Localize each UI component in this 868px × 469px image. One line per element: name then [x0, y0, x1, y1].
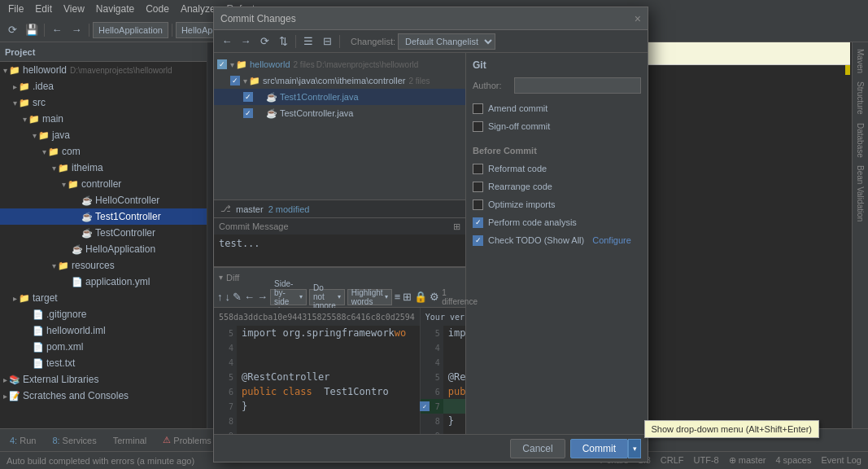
file-tree-testcontroller[interactable]: ✓ ☕ TestController.java	[214, 105, 465, 121]
line-ending: CRLF	[661, 455, 684, 466]
terminal-tab[interactable]: Terminal	[107, 432, 154, 449]
commit-message-input[interactable]	[214, 234, 465, 266]
author-input[interactable]	[514, 77, 641, 94]
cancel-btn[interactable]: Cancel	[510, 439, 565, 458]
dialog-fwd-btn[interactable]: →	[238, 33, 254, 50]
menu-file[interactable]: File	[3, 2, 28, 16]
dialog-refresh-btn[interactable]: ⟳	[256, 33, 273, 50]
dialog-footer: Cancel Commit ▾	[214, 434, 648, 462]
sign-off-checkbox[interactable]	[473, 121, 483, 132]
diff-viewer-select[interactable]: Side-by-side viewer ▾	[270, 289, 307, 305]
git-branch-status[interactable]: ⊕ master	[729, 455, 766, 466]
src-checkbox[interactable]: ✓	[230, 76, 240, 85]
amend-commit-row: Amend commit	[473, 100, 641, 116]
sidebar-item-controller[interactable]: ▾ 📁 controller	[0, 176, 207, 192]
branch-icon: ⎇	[220, 204, 231, 214]
sidebar-item-appyml[interactable]: 📄 application.yml	[0, 274, 207, 290]
diff-icon1[interactable]: ≡	[395, 289, 401, 305]
test-checkbox[interactable]: ✓	[243, 108, 253, 118]
dialog-collapse-btn[interactable]: ⊟	[319, 33, 335, 50]
menu-code[interactable]: Code	[141, 2, 174, 16]
sidebar-item-testcontroller[interactable]: ☕ TestController	[0, 225, 207, 241]
sidebar-item-external-libs[interactable]: ▸ 📚 External Libraries	[0, 371, 207, 388]
sidebar-item-target[interactable]: ▸ 📁 target	[0, 290, 207, 306]
diff-next-btn[interactable]: ↓	[225, 289, 231, 305]
perform-analysis-checkbox[interactable]: ✓	[473, 217, 483, 228]
side-tools-right: Maven Structure Database Bean Validation	[852, 42, 868, 428]
diff-highlight-select[interactable]: Highlight words ▾	[347, 289, 392, 305]
maven-tool[interactable]: Maven	[854, 46, 866, 77]
check-todo-label: Check TODO (Show All)	[488, 235, 584, 245]
project-selector[interactable]: HelloApplication	[93, 22, 168, 38]
expand-message-btn[interactable]: ⊞	[453, 221, 460, 232]
sidebar-item-java[interactable]: ▾ 📁 java	[0, 127, 207, 143]
run-tab[interactable]: 4: Run	[3, 432, 42, 449]
diff-prev-btn[interactable]: ↑	[217, 289, 223, 305]
diff-fwd-btn[interactable]: →	[257, 289, 268, 305]
structure-tool[interactable]: Structure	[854, 78, 866, 118]
services-tab[interactable]: 8: Services	[46, 432, 103, 449]
test1-checkbox[interactable]: ✓	[243, 92, 253, 102]
amend-commit-checkbox[interactable]	[473, 103, 483, 114]
back-btn[interactable]: ←	[48, 21, 66, 39]
sidebar-item-testtxt[interactable]: 📄 test.txt	[0, 355, 207, 371]
rearrange-checkbox[interactable]	[473, 182, 483, 192]
diff-icon2[interactable]: ⊞	[403, 289, 412, 305]
diff-expand-arrow[interactable]: ▾	[219, 273, 223, 282]
diff-right-line-7-added: 7 ✓ private int id;	[421, 399, 465, 414]
sidebar-item-itheima[interactable]: ▾ 📁 itheima	[0, 160, 207, 176]
commit-btn[interactable]: Commit	[570, 439, 628, 458]
diff-icon3[interactable]: 🔒	[414, 289, 427, 305]
modified-count[interactable]: 2 modified	[268, 204, 310, 214]
file-tree-test1controller[interactable]: ✓ ☕ Test1Controller.java	[214, 89, 465, 105]
diff-left-line-e2: 4	[214, 355, 420, 370]
dialog-close-btn[interactable]: ×	[635, 12, 641, 25]
file-tree-src[interactable]: ✓ ▾ 📁 src\main\java\com\itheima\controll…	[214, 72, 465, 89]
sidebar-item-src[interactable]: ▾ 📁 src	[0, 94, 207, 111]
menu-edit[interactable]: Edit	[30, 2, 57, 16]
diff-edit-btn[interactable]: ✎	[233, 289, 242, 305]
sidebar-item-iml[interactable]: 📄 helloworld.iml	[0, 322, 207, 339]
validation-tool[interactable]: Bean Validation	[854, 162, 866, 225]
configure-link[interactable]: Configure	[592, 235, 631, 245]
commit-dropdown-btn[interactable]: ▾	[628, 439, 641, 458]
menu-view[interactable]: View	[59, 2, 89, 16]
diff-back-btn[interactable]: ←	[244, 289, 255, 305]
dialog-move-btn[interactable]: ⇅	[275, 33, 291, 50]
problems-tab[interactable]: ⚠ Problems	[156, 432, 217, 449]
toolbar-btn-1[interactable]: ⟳	[3, 21, 21, 39]
optimize-checkbox[interactable]	[473, 199, 483, 210]
changelist-select[interactable]: Default Changelist	[398, 33, 495, 50]
sidebar-item-hellocontroller[interactable]: ☕ HelloController	[0, 192, 207, 208]
dialog-sep1	[295, 35, 296, 48]
helloworld-checkbox[interactable]: ✓	[217, 59, 227, 69]
forward-btn[interactable]: →	[68, 21, 85, 39]
sidebar-item-com[interactable]: ▾ 📁 com	[0, 143, 207, 160]
check-todo-checkbox[interactable]: ✓	[473, 235, 483, 246]
sidebar-item-idea[interactable]: ▸ 📁 .idea	[0, 78, 207, 94]
file-tree: ✓ ▾ 📁 helloworld 2 files D:\mavenproject…	[214, 53, 465, 199]
sidebar-item-main[interactable]: ▾ 📁 main	[0, 111, 207, 127]
diff-ignore-select[interactable]: Do not ignore ▾	[309, 289, 345, 305]
diff-right-line-9: 9	[421, 428, 465, 434]
sidebar-item-test1controller[interactable]: ☕ Test1Controller	[0, 208, 207, 225]
diff-right-header: Your version	[421, 308, 465, 326]
database-tool[interactable]: Database	[854, 120, 866, 161]
diff-icon4[interactable]: ⚙	[430, 289, 439, 305]
sidebar-item-pomxml[interactable]: 📄 pom.xml	[0, 339, 207, 355]
sidebar-item-resources[interactable]: ▾ 📁 resources	[0, 257, 207, 274]
dialog-expand-btn[interactable]: ☰	[300, 33, 316, 50]
event-log[interactable]: Event Log	[821, 455, 861, 466]
sidebar-item-gitignore[interactable]: 📄 .gitignore	[0, 306, 207, 322]
reformat-checkbox[interactable]	[473, 164, 483, 174]
menu-navigate[interactable]: Navigate	[91, 2, 139, 16]
file-tree-helloworld[interactable]: ✓ ▾ 📁 helloworld 2 files D:\mavenproject…	[214, 56, 465, 72]
sidebar-item-scratches[interactable]: ▸ 📝 Scratches and Consoles	[0, 388, 207, 404]
dialog-back-btn[interactable]: ←	[219, 33, 235, 50]
toolbar-btn-2[interactable]: 💾	[23, 21, 41, 39]
indent-setting[interactable]: 4 spaces	[775, 455, 811, 466]
sidebar-item-helloworld[interactable]: ▾ 📁 helloworld D:\mavenprojects\hellowor…	[0, 62, 207, 78]
sidebar-item-helloapplication[interactable]: ☕ HelloApplication	[0, 241, 207, 257]
project-sidebar: Project ▾ 📁 helloworld D:\mavenprojects\…	[0, 42, 207, 451]
diff-right-line-6: 6 public class Test1Controll	[421, 384, 465, 399]
